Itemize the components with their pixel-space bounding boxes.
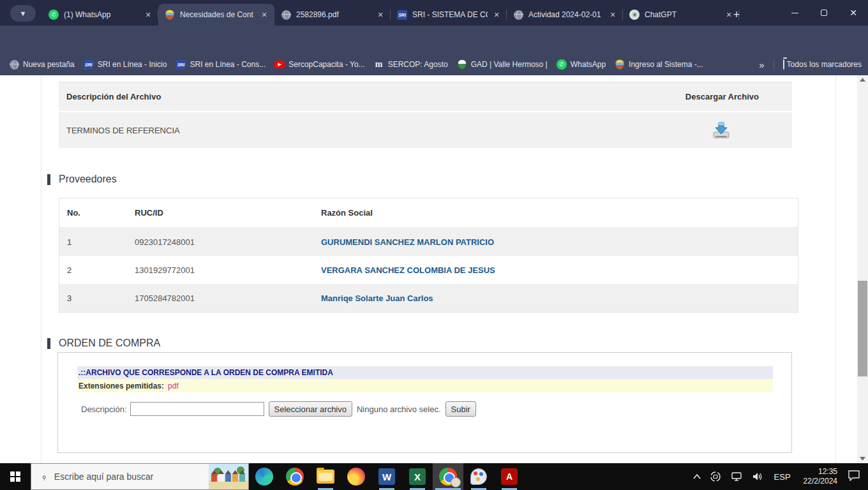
tab-whatsapp[interactable]: ✆ (1) WhatsApp ✕ xyxy=(42,4,158,26)
start-button[interactable] xyxy=(0,463,31,490)
extensions-value: pdf xyxy=(168,382,179,390)
column-header: Razón Social xyxy=(321,208,798,218)
tab-sri[interactable]: SRI SRI - SISTEMA DE CO ✕ xyxy=(391,4,507,26)
extensions-strip: Extensiones pemitidas: pdf xyxy=(77,379,773,392)
no-file-selected-text: Ninguno archivo selec. xyxy=(357,405,441,414)
profile-badge xyxy=(451,477,461,487)
providers-table: No. RUC/ID Razón Social 1 0923017248001 … xyxy=(59,198,798,313)
close-icon[interactable]: ✕ xyxy=(375,10,385,20)
tray-chevron-up-icon[interactable] xyxy=(693,474,701,479)
taskbar-acrobat-button[interactable]: A xyxy=(494,463,525,490)
close-icon[interactable]: ✕ xyxy=(259,10,269,20)
file-explorer-icon xyxy=(317,470,334,484)
taskbar-excel-button[interactable]: X xyxy=(402,463,433,490)
bookmark-sri-inicio[interactable]: SRI SRI en Línea - Inicio xyxy=(84,59,167,70)
bookmark-label: Nueva pestaña xyxy=(23,60,75,69)
provider-no: 1 xyxy=(59,237,135,247)
bookmark-gad-valle-hermoso[interactable]: GAD | Valle Hermoso | xyxy=(457,59,548,70)
language-indicator[interactable]: ESP xyxy=(774,472,791,482)
maximize-icon xyxy=(821,10,827,16)
description-input[interactable] xyxy=(130,402,264,416)
all-bookmarks-label[interactable]: Todos los marcadores xyxy=(787,60,862,69)
bookmark-whatsapp[interactable]: ✆ WhatsApp xyxy=(557,59,606,70)
table-row: 1 0923017248001 GURUMENDI SANCHEZ MARLON… xyxy=(59,228,798,256)
clock[interactable]: 12:35 22/2/2024 xyxy=(804,467,837,486)
tab-pdf[interactable]: 2582896.pdf ✕ xyxy=(274,4,391,26)
chrome-icon xyxy=(286,468,304,486)
divider xyxy=(774,59,774,70)
bookmarks-bar: Nueva pestaña SRI SRI en Línea - Inicio … xyxy=(0,54,868,75)
taskbar-chrome-active-button[interactable] xyxy=(433,463,463,490)
bookmark-ingreso-sistema[interactable]: Ingreso al Sistema -... xyxy=(615,59,703,70)
scrollbar-thumb[interactable] xyxy=(858,281,867,376)
taskbar-firefox-button[interactable] xyxy=(341,463,371,490)
provider-name-link[interactable]: Manriqe Solarte Juan Carlos xyxy=(321,293,798,303)
network-icon[interactable] xyxy=(730,471,743,482)
scroll-up-arrow[interactable] xyxy=(857,75,868,84)
volume-icon[interactable] xyxy=(752,471,763,482)
description-label: Descripción: xyxy=(81,405,127,414)
paint-icon xyxy=(470,468,487,485)
divider xyxy=(41,75,41,463)
close-icon[interactable]: ✕ xyxy=(608,10,618,20)
close-icon[interactable]: ✕ xyxy=(491,10,502,20)
provider-name-link[interactable]: VERGARA SANCHEZ COLOMBIA DE JESUS xyxy=(321,265,798,275)
taskbar-word-button[interactable]: W xyxy=(371,463,402,490)
sri-icon: SRI xyxy=(176,60,186,70)
taskbar-explorer-button[interactable] xyxy=(310,463,341,490)
section-bar-icon xyxy=(47,338,50,349)
scroll-down-arrow[interactable] xyxy=(857,454,868,463)
new-tab-button[interactable]: + xyxy=(728,6,745,24)
provider-name-link[interactable]: GURUMENDI SANCHEZ MARLON PATRICIO xyxy=(321,237,798,247)
browser-tab-strip: ▼ ✆ (1) WhatsApp ✕ Necesidades de Cont ✕… xyxy=(0,0,868,26)
maximize-button[interactable] xyxy=(809,0,839,26)
choose-file-button[interactable]: Seleccionar archivo xyxy=(269,401,352,417)
firefox-icon xyxy=(347,468,365,486)
close-icon[interactable]: ✕ xyxy=(143,10,153,20)
minimize-button[interactable] xyxy=(780,0,809,26)
chatgpt-icon: ✳ xyxy=(629,10,640,20)
search-placeholder: Escribe aquí para buscar xyxy=(54,471,154,482)
tab-title: ChatGPT xyxy=(645,10,720,19)
taskbar-paint-button[interactable] xyxy=(463,463,494,490)
tab-chatgpt[interactable]: ✳ ChatGPT ✕ xyxy=(623,4,739,26)
action-center-icon[interactable] xyxy=(848,470,860,484)
taskbar-search-box[interactable]: ⌕ Escribe aquí para buscar xyxy=(31,463,249,490)
minimize-icon xyxy=(791,13,798,13)
close-window-button[interactable]: ✕ xyxy=(839,0,868,26)
bookmark-sercop-agosto[interactable]: m SERCOP: Agosto xyxy=(374,59,448,70)
bing-daily-image[interactable] xyxy=(209,464,248,489)
upload-form-row: Descripción: Seleccionar archivo Ninguno… xyxy=(81,401,476,417)
globe-icon xyxy=(281,10,291,20)
download-file-icon[interactable] xyxy=(711,121,731,140)
column-header: Descargar Archivo xyxy=(685,92,759,101)
bookmark-sri-consultas[interactable]: SRI SRI en Línea - Cons... xyxy=(176,59,266,70)
page-scrollbar[interactable] xyxy=(857,75,868,463)
column-header: RUC/ID xyxy=(135,208,321,218)
bookmark-sercopcapacita[interactable]: ▶ SercopCapacita - Yo... xyxy=(274,59,364,70)
bookmarks-overflow-chevron[interactable]: » xyxy=(759,59,764,70)
bookmark-label: SRI en Línea - Cons... xyxy=(190,60,266,69)
tab-necesidades-active[interactable]: Necesidades de Cont ✕ xyxy=(158,4,274,26)
section-title: Proveedores xyxy=(59,174,117,185)
extensions-label: Extensiones pemitidas: xyxy=(77,382,164,390)
web-page-content: Descripción del Archivo Descargar Archiv… xyxy=(0,75,868,463)
tab-search-button[interactable]: ▼ xyxy=(10,5,36,22)
taskbar-chrome-button[interactable] xyxy=(280,463,310,490)
column-header: No. xyxy=(59,208,135,218)
tab-title: (1) WhatsApp xyxy=(64,10,139,19)
gad-crest-icon xyxy=(458,59,467,70)
tab-title: 2582896.pdf xyxy=(296,10,371,19)
meet-now-icon[interactable] xyxy=(710,471,721,482)
tab-title: Actividad 2024-02-01 xyxy=(528,10,604,19)
time-text: 12:35 xyxy=(818,467,837,476)
taskbar-edge-button[interactable] xyxy=(249,463,280,490)
windows-logo-icon xyxy=(10,471,20,482)
whatsapp-icon: ✆ xyxy=(49,10,59,20)
close-icon: ✕ xyxy=(849,8,857,18)
bookmark-label: SRI en Línea - Inicio xyxy=(98,60,167,69)
upload-button[interactable]: Subir xyxy=(445,401,476,417)
folder-icon xyxy=(783,59,784,70)
tab-actividad[interactable]: Actividad 2024-02-01 ✕ xyxy=(507,4,623,26)
bookmark-nueva-pestana[interactable]: Nueva pestaña xyxy=(9,59,75,70)
